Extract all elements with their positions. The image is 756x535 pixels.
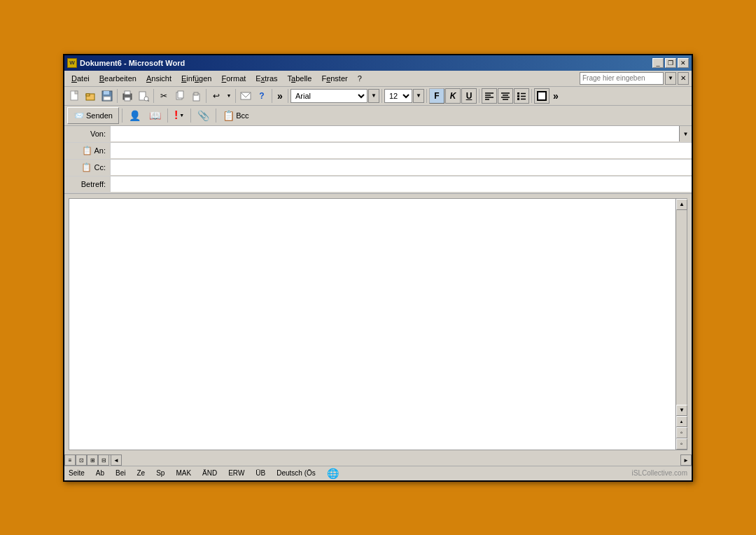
menu-datei[interactable]: DDateiatei [67, 73, 94, 84]
search-close-button[interactable]: ✕ [678, 72, 689, 85]
scroll-right-button[interactable]: ► [680, 454, 692, 466]
vertical-scrollbar: ▲ ▼ ▲ ◦ ◦ [676, 199, 687, 450]
menu-tabelle[interactable]: Tabelle [284, 73, 316, 84]
scroll-extra3[interactable]: ◦ [676, 438, 687, 450]
h-scroll-track[interactable] [122, 454, 680, 466]
address-book-button[interactable]: 👤 [125, 107, 144, 124]
cut-button[interactable]: ✂ [156, 88, 172, 104]
attach-button[interactable]: 📎 [194, 107, 213, 124]
email-button[interactable] [238, 88, 253, 104]
menu-ansicht[interactable]: Ansicht [142, 73, 176, 84]
undo-dropdown[interactable]: ▼ [225, 88, 233, 104]
sep6 [288, 89, 288, 103]
new-button[interactable] [67, 88, 83, 104]
document-content[interactable]: ▲ ▼ ▲ ◦ ◦ [69, 198, 687, 450]
menu-fenster[interactable]: Fenster [317, 73, 351, 84]
svg-rect-30 [517, 98, 519, 100]
copy-button[interactable] [172, 88, 188, 104]
view-normal-button[interactable]: ≡ [64, 454, 76, 466]
scroll-up-button[interactable]: ▲ [676, 199, 687, 210]
title-bar: W Dokument6 - Microsoft Word _ ❐ ✕ [64, 55, 692, 71]
svg-rect-8 [125, 91, 130, 95]
sep3 [206, 89, 206, 103]
menu-extras[interactable]: Extras [251, 73, 281, 84]
menu-format[interactable]: Format [217, 73, 250, 84]
help-button[interactable]: ? [254, 88, 270, 104]
attach-icon: 📎 [197, 110, 209, 121]
check-names-button[interactable]: 📖 [146, 107, 164, 124]
svg-rect-3 [86, 94, 90, 96]
main-window: W Dokument6 - Microsoft Word _ ❐ ✕ DDate… [63, 54, 693, 482]
scroll-extra2[interactable]: ◦ [676, 427, 687, 438]
search-input[interactable] [580, 72, 664, 85]
send-icon: 📨 [74, 111, 84, 120]
send-button[interactable]: 📨 Senden [67, 107, 119, 124]
save-button[interactable] [99, 88, 115, 104]
italic-button[interactable]: K [445, 88, 461, 104]
font-dropdown-arrow[interactable]: ▼ [368, 89, 379, 103]
close-button[interactable]: ✕ [678, 58, 689, 68]
sep1 [117, 89, 118, 103]
align-center-button[interactable] [498, 88, 513, 104]
restore-button[interactable]: ❐ [665, 58, 676, 68]
svg-line-12 [148, 100, 149, 102]
print-button[interactable] [120, 88, 135, 104]
menu-einfuegen[interactable]: Einfügen [177, 73, 216, 84]
von-input[interactable] [110, 126, 679, 141]
more-format-button[interactable]: » [550, 88, 561, 104]
more-toolbar-button[interactable]: » [274, 88, 286, 104]
von-dropdown-button[interactable]: ▼ [679, 126, 692, 141]
font-select[interactable]: Arial [290, 89, 368, 103]
seite-status: Seite [69, 469, 85, 477]
menu-help[interactable]: ? [354, 73, 366, 84]
align-left-button[interactable] [482, 88, 497, 104]
print-preview-button[interactable] [136, 88, 151, 104]
scroll-left-button[interactable]: ◄ [111, 454, 122, 466]
view-outline-button[interactable]: ⊟ [98, 454, 109, 466]
view-print-button[interactable]: ⊞ [87, 454, 98, 466]
horizontal-scrollbar-row: ≡ ⊡ ⊞ ⊟ ◄ ► [64, 454, 692, 466]
view-buttons: ≡ ⊡ ⊞ ⊟ [64, 454, 109, 466]
size-select[interactable]: 12 [384, 89, 412, 103]
an-input[interactable] [110, 143, 692, 158]
betreff-input[interactable] [110, 176, 692, 192]
size-dropdown-arrow[interactable]: ▼ [413, 89, 424, 103]
underline-button[interactable]: U [461, 88, 477, 104]
svg-rect-32 [538, 92, 546, 100]
an-label: 📋 An: [64, 144, 110, 157]
betreff-row: Betreff: [64, 176, 692, 193]
open-button[interactable] [83, 88, 99, 104]
menu-bearbeiten[interactable]: Bearbeiten [95, 73, 141, 84]
von-label: Von: [64, 128, 110, 139]
view-web-button[interactable]: ⊡ [76, 454, 87, 466]
window-title: Dokument6 - Microsoft Word [80, 59, 185, 67]
ab-status: Ab [96, 469, 104, 477]
erw-status: ERW [228, 469, 244, 477]
email-form: Von: ▼ 📋 An: 📋 Cc: Betreff: [64, 126, 692, 194]
importance-dropdown[interactable]: ▼ [179, 113, 184, 118]
scroll-track[interactable] [676, 210, 687, 405]
title-controls: _ ❐ ✕ [652, 58, 689, 68]
scroll-extra1[interactable]: ▲ [676, 416, 687, 427]
svg-rect-26 [517, 92, 519, 95]
undo-button[interactable]: ↩ [209, 88, 224, 104]
bold-button[interactable]: F [429, 88, 444, 104]
lang-icon: 🌐 [327, 468, 339, 479]
importance-button[interactable]: ! ▼ [171, 107, 188, 124]
scroll-down-button[interactable]: ▼ [676, 405, 687, 416]
scroll-extras: ▲ ◦ ◦ [676, 416, 687, 450]
sep7 [382, 89, 382, 103]
list-button[interactable] [514, 88, 529, 104]
bcc-button[interactable]: 📋 Bcc [219, 107, 252, 124]
title-bar-left: W Dokument6 - Microsoft Word [67, 58, 185, 68]
paste-button[interactable] [188, 88, 204, 104]
sep8 [426, 89, 427, 103]
watermark-text: iSLCollective.com [632, 469, 687, 477]
menu-bar: DDateiatei Bearbeiten Ansicht Einfügen F… [64, 71, 692, 87]
search-dropdown-button[interactable]: ▼ [665, 72, 676, 85]
toolbar-main: ✂ ↩ ▼ ? » Arial ▼ 12 ▼ F K U [64, 87, 692, 106]
cc-input[interactable] [110, 160, 692, 175]
minimize-button[interactable]: _ [652, 58, 664, 68]
sep11 [122, 109, 122, 123]
border-button[interactable] [534, 88, 550, 104]
